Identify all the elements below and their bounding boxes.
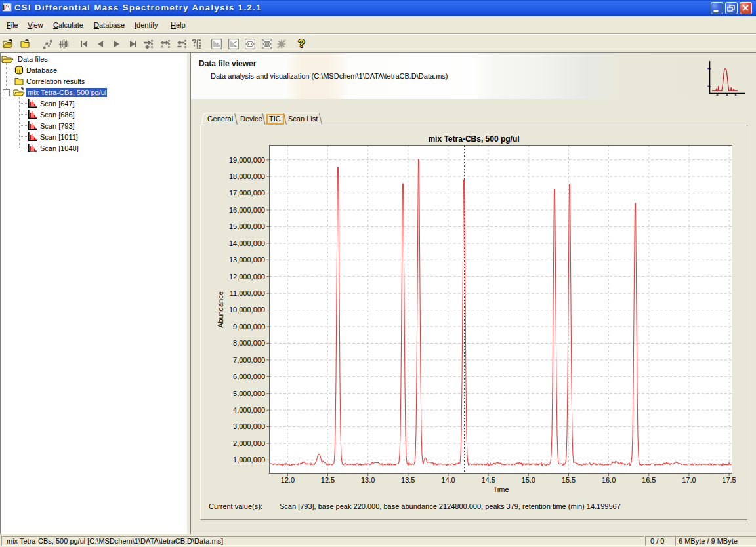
svg-text:15,000,000: 15,000,000 [229, 222, 265, 230]
svg-text:16.5: 16.5 [642, 476, 656, 484]
svg-text:17.0: 17.0 [682, 476, 696, 484]
svg-text:12.0: 12.0 [281, 476, 295, 484]
svg-text:19,000,000: 19,000,000 [229, 156, 265, 164]
svg-text:13.0: 13.0 [361, 476, 375, 484]
svg-text:13,000,000: 13,000,000 [229, 256, 265, 264]
svg-text:17,000,000: 17,000,000 [229, 189, 265, 197]
svg-text:17.5: 17.5 [722, 476, 736, 484]
svg-text:18,000,000: 18,000,000 [229, 172, 265, 180]
svg-text:15.5: 15.5 [562, 476, 576, 484]
svg-text:1,000,000: 1,000,000 [233, 456, 265, 464]
svg-text:8,000,000: 8,000,000 [233, 339, 265, 347]
svg-text:14.5: 14.5 [481, 476, 495, 484]
svg-text:13.5: 13.5 [401, 476, 415, 484]
svg-text:9,000,000: 9,000,000 [233, 323, 265, 331]
svg-text:12,000,000: 12,000,000 [229, 273, 265, 281]
svg-text:16,000,000: 16,000,000 [229, 206, 265, 214]
svg-text:14.0: 14.0 [441, 476, 455, 484]
svg-text:7,000,000: 7,000,000 [233, 356, 265, 364]
svg-text:15.0: 15.0 [522, 476, 536, 484]
svg-text:11,000,000: 11,000,000 [230, 289, 265, 297]
svg-text:14,000,000: 14,000,000 [229, 239, 265, 247]
svg-text:4,000,000: 4,000,000 [233, 406, 265, 414]
svg-text:12.5: 12.5 [321, 476, 335, 484]
svg-text:5,000,000: 5,000,000 [233, 390, 265, 397]
svg-text:6,000,000: 6,000,000 [233, 373, 265, 380]
svg-text:2,000,000: 2,000,000 [233, 439, 265, 447]
svg-text:3,000,000: 3,000,000 [233, 422, 265, 430]
svg-text:10,000,000: 10,000,000 [229, 306, 265, 314]
svg-text:16.0: 16.0 [602, 476, 616, 484]
